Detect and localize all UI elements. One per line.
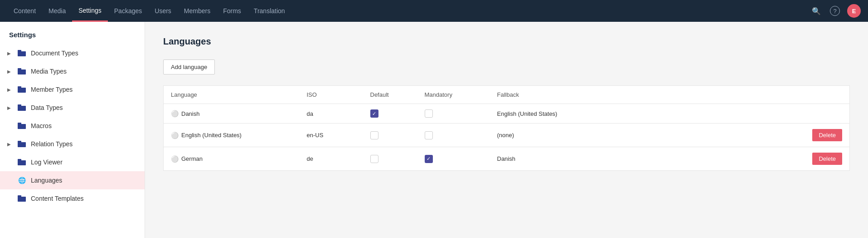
col-header-fallback: Fallback	[490, 86, 626, 104]
actions-cell: Delete	[626, 124, 850, 147]
sidebar-item-label: Log Viewer	[31, 159, 63, 166]
table-row: ⚪Danishda✓English (United States)	[164, 104, 850, 124]
sidebar-item-label: Relation Types	[31, 140, 73, 148]
svg-rect-2	[18, 69, 26, 74]
svg-rect-13	[18, 159, 21, 161]
expand-arrow-icon: ▶	[7, 51, 13, 56]
default-checkbox[interactable]	[370, 131, 378, 139]
main-content: Languages Add language Language ISO Defa…	[145, 22, 868, 238]
nav-item-media[interactable]: Media	[42, 0, 72, 22]
expand-arrow-icon: ▶	[7, 142, 13, 147]
nav-item-settings[interactable]: Settings	[72, 0, 108, 22]
iso-cell: en-US	[300, 124, 363, 147]
default-checkbox[interactable]: ✓	[370, 109, 378, 118]
svg-rect-1	[18, 50, 21, 52]
svg-rect-8	[18, 124, 26, 129]
sidebar-item-data-types[interactable]: ▶Data Types	[0, 99, 145, 117]
globe-icon: 🌐	[17, 176, 26, 185]
sidebar-item-macros[interactable]: Macros	[0, 117, 145, 135]
sidebar-item-label: Document Types	[31, 50, 78, 57]
default-checkbox[interactable]	[370, 155, 378, 163]
sidebar-item-relation-types[interactable]: ▶Relation Types	[0, 135, 145, 153]
nav-item-translation[interactable]: Translation	[247, 0, 291, 22]
language-name: German	[181, 155, 203, 162]
svg-rect-11	[18, 141, 21, 143]
sidebar-item-label: Member Types	[31, 86, 73, 93]
sidebar-item-languages[interactable]: 🌐Languages	[0, 171, 145, 189]
sidebar-item-content-templates[interactable]: Content Templates	[0, 189, 145, 208]
language-cell: ⚪German	[164, 147, 300, 171]
nav-item-content[interactable]: Content	[7, 0, 42, 22]
sidebar-item-member-types[interactable]: ▶Member Types	[0, 80, 145, 99]
nav-item-users[interactable]: Users	[148, 0, 178, 22]
folder-icon	[17, 49, 26, 58]
mandatory-checkbox[interactable]	[425, 131, 433, 139]
folder-icon	[17, 103, 26, 112]
globe-icon: ⚪	[171, 110, 179, 117]
fallback-cell: English (United States)	[490, 104, 626, 124]
top-nav: ContentMediaSettingsPackagesUsersMembers…	[0, 0, 868, 22]
folder-icon	[17, 67, 26, 76]
folder-icon	[17, 158, 26, 167]
globe-icon: ⚪	[171, 155, 179, 163]
col-header-language: Language	[164, 86, 300, 104]
language-name: Danish	[181, 110, 199, 117]
mandatory-cell[interactable]	[417, 104, 490, 124]
table-row: ⚪English (United States)en-US(none)Delet…	[164, 124, 850, 147]
folder-icon	[17, 194, 26, 203]
sidebar-item-label: Macros	[31, 122, 52, 129]
languages-table: Language ISO Default Mandatory Fallback …	[163, 85, 850, 171]
mandatory-checkbox[interactable]: ✓	[425, 155, 433, 163]
nav-item-packages[interactable]: Packages	[108, 0, 148, 22]
folder-icon	[17, 121, 26, 130]
mandatory-cell[interactable]: ✓	[417, 147, 490, 171]
fallback-cell: (none)	[490, 124, 626, 147]
svg-rect-15	[18, 195, 21, 197]
sidebar-item-document-types[interactable]: ▶Document Types	[0, 44, 145, 62]
folder-icon	[17, 85, 26, 94]
delete-button[interactable]: Delete	[812, 129, 842, 141]
mandatory-cell[interactable]	[417, 124, 490, 147]
svg-rect-6	[18, 106, 26, 111]
svg-rect-3	[18, 68, 21, 70]
col-header-iso: ISO	[300, 86, 363, 104]
svg-rect-5	[18, 86, 21, 88]
search-icon[interactable]: 🔍	[810, 5, 823, 17]
page-title: Languages	[163, 36, 850, 47]
actions-cell: Delete	[626, 147, 850, 171]
help-icon[interactable]: ?	[830, 6, 840, 16]
sidebar-item-media-types[interactable]: ▶Media Types	[0, 62, 145, 80]
expand-arrow-icon: ▶	[7, 87, 13, 92]
mandatory-checkbox[interactable]	[425, 109, 433, 118]
nav-item-members[interactable]: Members	[178, 0, 217, 22]
avatar[interactable]: E	[847, 4, 861, 18]
svg-rect-14	[18, 197, 26, 202]
col-header-mandatory: Mandatory	[417, 86, 490, 104]
folder-icon	[17, 139, 26, 149]
sidebar-item-log-viewer[interactable]: Log Viewer	[0, 153, 145, 171]
sidebar-items: ▶Document Types▶Media Types▶Member Types…	[0, 44, 145, 208]
sidebar-item-label: Content Templates	[31, 195, 83, 202]
nav-item-forms[interactable]: Forms	[217, 0, 247, 22]
iso-cell: da	[300, 104, 363, 124]
actions-cell	[626, 104, 850, 124]
sidebar: Settings ▶Document Types▶Media Types▶Mem…	[0, 22, 145, 238]
delete-button[interactable]: Delete	[812, 153, 842, 165]
iso-cell: de	[300, 147, 363, 171]
col-header-actions	[626, 86, 850, 104]
default-cell[interactable]: ✓	[363, 104, 417, 124]
language-cell: ⚪English (United States)	[164, 124, 300, 147]
default-cell[interactable]	[363, 124, 417, 147]
col-header-default: Default	[363, 86, 417, 104]
globe-icon: ⚪	[171, 132, 179, 139]
language-cell: ⚪Danish	[164, 104, 300, 124]
table-body: ⚪Danishda✓English (United States)⚪Englis…	[164, 104, 850, 171]
add-language-button[interactable]: Add language	[163, 60, 215, 74]
table-header: Language ISO Default Mandatory Fallback	[164, 86, 850, 104]
nav-icons: 🔍 ? E	[810, 4, 861, 18]
table-row: ⚪Germande✓DanishDelete	[164, 147, 850, 171]
svg-rect-10	[18, 142, 26, 147]
svg-rect-0	[18, 51, 26, 56]
default-cell[interactable]	[363, 147, 417, 171]
expand-arrow-icon: ▶	[7, 69, 13, 74]
